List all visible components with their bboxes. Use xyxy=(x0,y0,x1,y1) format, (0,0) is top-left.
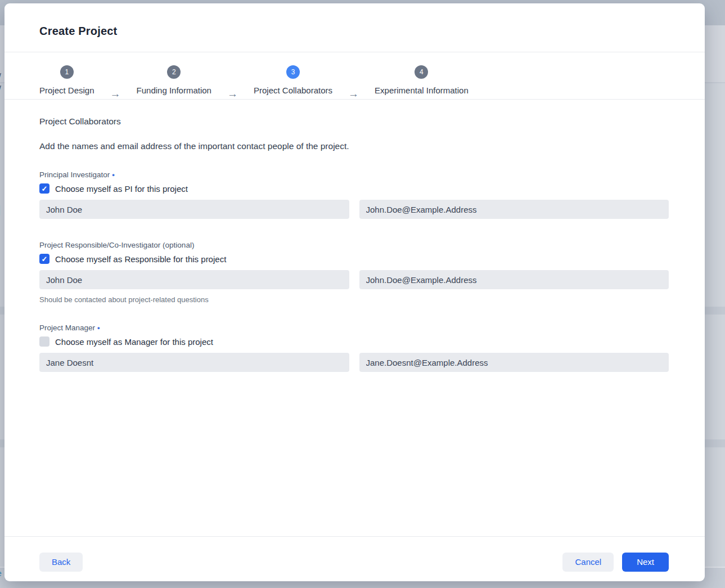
section-label-text: Project Responsible/Co-Investigator (opt… xyxy=(39,241,194,249)
step-label: Project Design xyxy=(39,86,94,95)
checkmark-icon: ✓ xyxy=(42,255,48,263)
section-label: Project Manager• xyxy=(39,323,669,333)
responsible-myself-checkbox-label[interactable]: Choose myself as Responsible for this pr… xyxy=(55,254,226,264)
checkmark-icon: ✓ xyxy=(42,185,48,192)
checkbox-row: ✓ Choose myself as PI for this project xyxy=(39,183,669,194)
step-number-badge: 3 xyxy=(286,65,300,79)
step-experimental-information[interactable]: 4 Experimental Information xyxy=(375,65,469,95)
section-label-text: Project Manager xyxy=(39,324,95,332)
step-label: Experimental Information xyxy=(375,86,469,95)
section-project-responsible: Project Responsible/Co-Investigator (opt… xyxy=(39,240,669,304)
step-funding-information[interactable]: 2 Funding Information xyxy=(137,65,211,95)
step-number-badge: 2 xyxy=(167,65,181,79)
responsible-email-input[interactable] xyxy=(359,270,669,289)
pi-myself-checkbox-label[interactable]: Choose myself as PI for this project xyxy=(55,184,188,194)
stepper: 1 Project Design → 2 Funding Information… xyxy=(4,52,705,100)
required-marker: • xyxy=(112,170,115,179)
next-button[interactable]: Next xyxy=(622,553,669,572)
section-label: Project Responsible/Co-Investigator (opt… xyxy=(39,240,669,250)
checkbox-row: ✓ Choose myself as Responsible for this … xyxy=(39,254,669,264)
step-project-design[interactable]: 1 Project Design xyxy=(39,65,94,95)
section-label: Principal Investigator• xyxy=(39,170,669,179)
section-label-text: Principal Investigator xyxy=(39,170,110,179)
step-label: Funding Information xyxy=(137,86,211,95)
arrow-right-icon: → xyxy=(348,89,359,98)
section-project-manager: Project Manager• ✓ Choose myself as Mana… xyxy=(39,323,669,372)
page-title: Project Collaborators xyxy=(39,116,669,127)
modal-header: Create Project xyxy=(4,3,705,52)
step-number-badge: 4 xyxy=(415,65,428,79)
manager-myself-checkbox-label[interactable]: Choose myself as Manager for this projec… xyxy=(55,337,213,347)
pi-name-input[interactable] xyxy=(39,200,349,219)
pi-myself-checkbox[interactable]: ✓ xyxy=(39,183,49,194)
background-text-fragment: w xyxy=(0,70,1,79)
background-text-fragment: ce xyxy=(0,568,2,578)
fields-row xyxy=(39,353,669,372)
modal-footer: Back Cancel Next xyxy=(4,536,705,581)
checkbox-row: ✓ Choose myself as Manager for this proj… xyxy=(39,336,669,347)
fields-row xyxy=(39,270,669,289)
cancel-button[interactable]: Cancel xyxy=(562,553,614,572)
step-number-badge: 1 xyxy=(60,65,74,79)
step-label: Project Collaborators xyxy=(254,86,332,95)
arrow-right-icon: → xyxy=(227,89,238,98)
pi-email-input[interactable] xyxy=(359,200,669,219)
footer-right-buttons: Cancel Next xyxy=(562,553,669,572)
section-principal-investigator: Principal Investigator• ✓ Choose myself … xyxy=(39,170,669,219)
responsible-myself-checkbox[interactable]: ✓ xyxy=(39,254,49,264)
background-text-fragment: w xyxy=(0,82,1,92)
manager-name-input[interactable] xyxy=(39,353,349,372)
manager-myself-checkbox[interactable]: ✓ xyxy=(39,336,49,347)
step-project-collaborators[interactable]: 3 Project Collaborators xyxy=(254,65,332,95)
responsible-name-input[interactable] xyxy=(39,270,349,289)
fields-row xyxy=(39,200,669,219)
helper-text: Should be contacted about project-relate… xyxy=(39,296,669,304)
create-project-modal: Create Project 1 Project Design → 2 Fund… xyxy=(4,3,705,581)
background-text-fragment: tl xyxy=(0,204,1,219)
manager-email-input[interactable] xyxy=(359,353,669,372)
modal-body: Project Collaborators Add the names and … xyxy=(4,100,705,372)
screen: e w w tl ce Create Project 1 Project Des… xyxy=(0,0,725,588)
arrow-right-icon: → xyxy=(110,89,121,98)
back-button[interactable]: Back xyxy=(39,553,83,572)
required-marker: • xyxy=(97,324,100,332)
modal-title: Create Project xyxy=(39,25,705,38)
page-description: Add the names and email address of the i… xyxy=(39,141,669,152)
